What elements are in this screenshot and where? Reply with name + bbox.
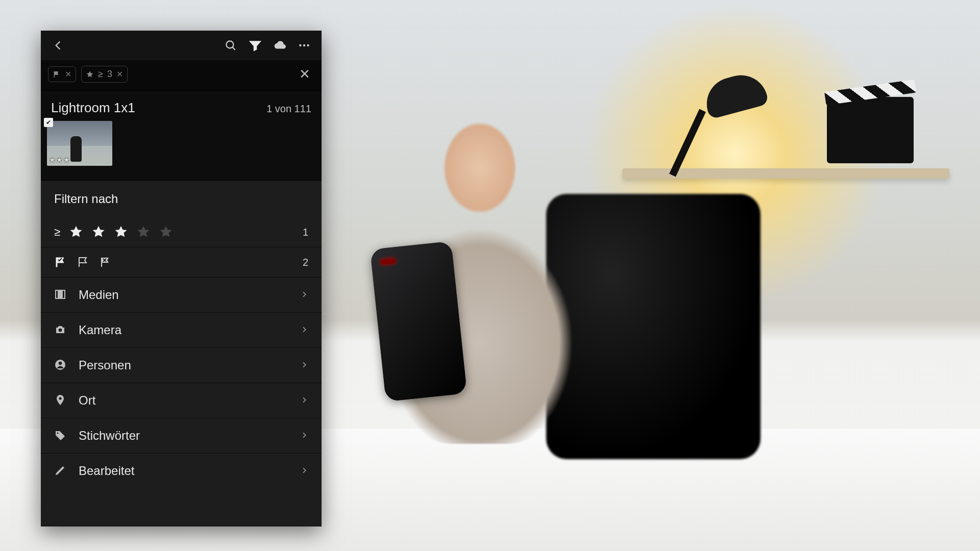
category-label: Kamera [79,323,289,337]
flag-picked-toggle[interactable] [54,256,67,269]
chevron-right-icon [300,394,308,407]
svg-point-0 [226,41,233,48]
svg-point-18 [57,432,58,434]
svg-rect-6 [56,258,57,267]
filter-category-personen[interactable]: Personen [41,348,322,383]
flag-match-count: 2 [303,257,308,268]
filter-sheet-title: Filtern nach [41,180,322,217]
cloud-icon [273,39,286,52]
svg-rect-8 [101,258,102,267]
thumbnail-subject [70,136,82,162]
album-title: Lightroom 1x1 [51,100,135,116]
flag-unflagged-toggle[interactable] [77,256,90,269]
funnel-icon [249,39,262,52]
smartphone-in-hands [370,241,467,402]
pencil-icon [54,464,67,478]
filter-button[interactable] [245,35,265,56]
picked-badge-icon: ✔ [44,118,53,127]
film-clapperboard [827,97,914,163]
star-3[interactable] [114,226,128,239]
top-toolbar [41,31,322,60]
chevron-right-icon [300,429,308,442]
svg-line-1 [232,47,235,49]
svg-point-3 [303,44,305,46]
more-button[interactable] [294,35,314,56]
category-label: Medien [79,288,289,302]
film-icon [54,288,67,302]
category-label: Ort [79,393,289,408]
more-horizontal-icon [298,39,311,52]
chevron-right-icon [300,359,308,372]
active-filter-chipbar: ✕ ≥ 3 ✕ ✕ [41,60,322,91]
pin-icon [54,394,67,407]
star-1[interactable] [69,226,83,239]
category-label: Personen [79,358,289,372]
svg-point-17 [59,397,61,399]
filter-category-stichwoerter[interactable]: Stichwörter [41,418,322,454]
filter-row-rating[interactable]: ≥ 1 [41,217,322,247]
flag-icon [53,70,61,79]
star-5[interactable] [159,226,173,239]
tag-icon [54,429,67,442]
filter-chip-rating[interactable]: ≥ 3 ✕ [81,66,128,83]
flag-picked-icon [55,256,67,268]
flag-outline-icon [77,256,89,268]
star-2[interactable] [92,226,105,239]
thumbnail-rating: ★★★ [49,156,70,164]
filter-sheet: ≥ 1 2 Medien [41,217,322,527]
star-icon [86,70,94,79]
svg-point-16 [59,362,62,365]
cloud-sync-button[interactable] [270,35,290,56]
flag-rejected-toggle[interactable] [99,256,112,269]
back-button[interactable] [48,35,68,56]
flag-rejected-icon [100,256,112,268]
filter-category-medien[interactable]: Medien [41,278,322,313]
thumbnail-grid: ✔ ★★★ [41,121,322,180]
chevron-right-icon [300,288,308,302]
rating-operator[interactable]: ≥ [54,226,60,239]
search-button[interactable] [220,35,241,56]
person-icon [54,359,67,372]
chip-operator: ≥ [98,69,103,80]
search-icon [224,39,237,52]
category-label: Stichwörter [79,429,289,443]
svg-point-4 [307,44,309,46]
category-label: Bearbeitet [79,464,289,478]
filter-category-bearbeitet[interactable]: Bearbeitet [41,454,322,488]
svg-rect-7 [79,258,80,267]
album-count: 1 von 111 [266,103,311,115]
chip-remove-icon[interactable]: ✕ [116,69,123,79]
svg-point-2 [299,44,301,46]
chip-remove-icon[interactable]: ✕ [65,69,71,79]
album-header: Lightroom 1x1 1 von 111 [41,91,322,121]
chip-rating-value: 3 [107,69,112,80]
lightroom-panel: ✕ ≥ 3 ✕ ✕ Lightroom 1x1 1 von 111 ✔ ★★★ … [41,31,322,527]
svg-rect-5 [54,71,55,78]
filter-category-ort[interactable]: Ort [41,383,322,418]
chevron-right-icon [300,464,308,478]
filter-chip-flag-picked[interactable]: ✕ [48,66,76,82]
chevron-right-icon [300,323,308,337]
rating-match-count: 1 [303,227,308,238]
filter-row-flags[interactable]: 2 [41,247,322,278]
camera-icon [54,323,67,337]
chevron-left-icon [52,39,65,52]
filter-category-kamera[interactable]: Kamera [41,313,322,348]
clear-filters-button[interactable]: ✕ [295,64,314,84]
photo-thumbnail[interactable]: ✔ ★★★ [47,121,112,166]
star-4[interactable] [137,226,150,239]
svg-point-14 [59,329,62,332]
